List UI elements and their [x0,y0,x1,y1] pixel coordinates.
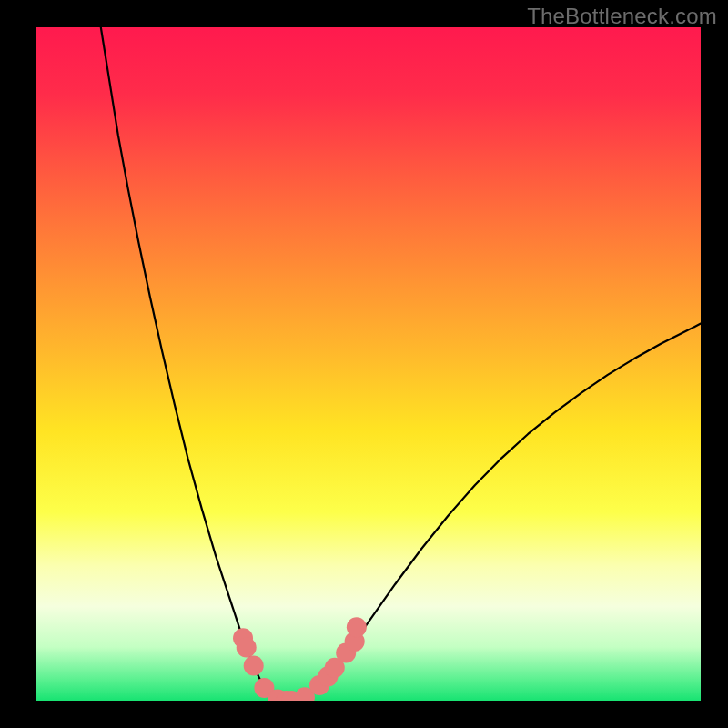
plot-gradient-bg [36,27,701,701]
bottom-markers-point [237,638,257,658]
bottom-markers-point [347,617,367,637]
bottleneck-chart [0,0,728,728]
bottom-markers-point [244,656,264,676]
watermark-text: TheBottleneck.com [527,4,717,29]
chart-frame: TheBottleneck.com [0,0,728,728]
